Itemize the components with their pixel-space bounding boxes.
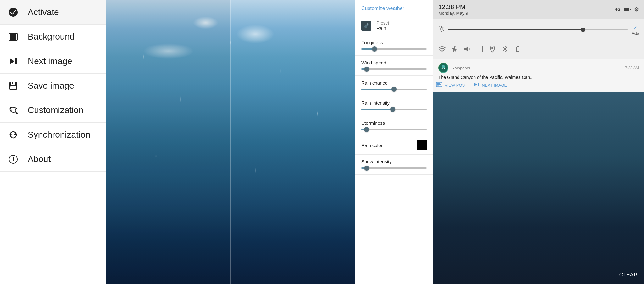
rain-color-row: Rain color	[355, 136, 433, 155]
fogginess-control: Fogginess	[355, 36, 433, 56]
wifi-toggle[interactable]	[438, 45, 446, 55]
svg-rect-37	[437, 85, 439, 86]
storminess-control: Storminess	[355, 116, 433, 136]
svg-line-11	[15, 112, 16, 112]
battery-icon	[624, 6, 631, 13]
status-bar: 12:38 PM Monday, May 9 4G ⚙	[433, 0, 644, 19]
rain-intensity-fill	[361, 109, 393, 110]
wind-speed-slider[interactable]	[361, 68, 427, 70]
rain-chance-control: Rain chance	[355, 76, 433, 96]
brightness-fill	[448, 29, 583, 30]
auto-brightness-toggle[interactable]: ✓ Auto	[632, 24, 639, 36]
sidebar-item-save-image[interactable]: Save image	[0, 74, 106, 98]
quick-settings-bar: ✓ Auto	[433, 19, 644, 41]
customize-title: Customize weather	[361, 6, 404, 11]
rain-chance-thumb[interactable]	[391, 87, 397, 92]
signal-icon: 4G	[615, 7, 621, 12]
notif-title: The Grand Canyon of the Pacific, Waimea …	[433, 75, 644, 80]
sidebar-item-background-label: Background	[28, 32, 75, 42]
activate-icon	[8, 7, 19, 18]
svg-rect-8	[12, 82, 13, 84]
view-post-label: VIEW POST	[445, 83, 467, 88]
airplane-toggle[interactable]	[451, 45, 458, 55]
preset-value: Rain	[376, 25, 389, 31]
sidebar-item-activate-label: Activate	[28, 7, 59, 17]
snow-intensity-slider[interactable]	[361, 167, 427, 169]
status-time: 12:38 PM	[438, 3, 468, 11]
sidebar-item-customization-label: Customization	[28, 105, 83, 115]
storminess-slider[interactable]	[361, 129, 427, 130]
preset-row[interactable]: Preset Rain	[355, 16, 433, 36]
notif-actions: VIEW POST NEXT IMAGE	[433, 80, 644, 92]
bg-panel-right	[230, 0, 355, 284]
wind-speed-control: Wind speed	[355, 56, 433, 76]
location-toggle[interactable]	[489, 45, 496, 55]
svg-point-31	[491, 47, 493, 49]
sidebar-item-about-label: About	[28, 154, 51, 164]
svg-text:i: i	[13, 157, 14, 162]
save-icon	[8, 80, 19, 91]
sidebar-item-synchronization[interactable]: Synchronization	[0, 123, 106, 147]
sidebar-item-activate[interactable]: Activate	[0, 0, 106, 25]
next-image-notif-icon	[474, 82, 479, 88]
svg-marker-28	[464, 46, 468, 52]
brightness-slider[interactable]	[448, 29, 628, 30]
rain-intensity-thumb[interactable]	[390, 107, 395, 112]
customize-header: Customize weather	[355, 0, 433, 16]
svg-line-26	[440, 30, 440, 31]
about-icon: i	[8, 154, 19, 165]
delete-toggle[interactable]	[514, 45, 521, 55]
sidebar-item-background[interactable]: Background	[0, 25, 106, 49]
svg-point-10	[16, 112, 18, 114]
storminess-thumb[interactable]	[364, 127, 369, 132]
rain-color-swatch[interactable]	[417, 140, 427, 150]
rain-chance-slider[interactable]	[361, 89, 427, 90]
notif-time: 7:32 AM	[625, 66, 639, 70]
rain-chance-label: Rain chance	[361, 80, 427, 85]
next-image-icon	[8, 56, 19, 67]
qs-toggle-row	[433, 41, 644, 59]
wind-speed-thumb[interactable]	[364, 67, 369, 72]
snow-intensity-thumb[interactable]	[364, 166, 369, 171]
rain-intensity-slider[interactable]	[361, 109, 427, 110]
svg-point-14	[367, 23, 368, 25]
clear-button[interactable]: CLEAR	[619, 272, 638, 278]
sidebar-item-about[interactable]: i About	[0, 147, 106, 172]
notifications-overlay: 12:38 PM Monday, May 9 4G ⚙	[433, 0, 644, 92]
next-image-button[interactable]: NEXT IMAGE	[474, 82, 507, 88]
background-icon	[8, 31, 19, 42]
fogginess-thumb[interactable]	[372, 46, 377, 52]
view-post-button[interactable]: VIEW POST	[436, 82, 467, 88]
svg-rect-36	[437, 84, 441, 85]
svg-point-27	[442, 51, 443, 52]
wind-speed-label: Wind speed	[361, 60, 427, 65]
right-panel: 12:38 PM Monday, May 9 4G ⚙	[433, 0, 644, 284]
svg-marker-4	[10, 58, 14, 64]
bluetooth-toggle[interactable]	[501, 45, 509, 55]
preset-icon	[361, 21, 371, 31]
status-time-area: 12:38 PM Monday, May 9	[438, 3, 468, 16]
svg-rect-39	[478, 83, 479, 86]
sidebar-item-customization[interactable]: Customization	[0, 98, 106, 123]
rain-chance-fill	[361, 89, 394, 90]
bg-image	[106, 0, 355, 284]
snow-intensity-label: Snow intensity	[361, 159, 427, 164]
svg-line-24	[443, 30, 444, 31]
svg-rect-2	[10, 34, 16, 39]
svg-rect-5	[15, 58, 17, 64]
svg-rect-35	[437, 83, 440, 84]
snow-intensity-control: Snow intensity	[355, 155, 433, 175]
tablet-toggle[interactable]	[476, 45, 484, 55]
notification-header: Rainpaper 7:32 AM	[433, 59, 644, 75]
bg-panel-left	[106, 0, 230, 284]
fogginess-slider[interactable]	[361, 48, 427, 50]
svg-rect-17	[630, 9, 631, 10]
brightness-thumb[interactable]	[581, 28, 585, 32]
settings-icon[interactable]: ⚙	[634, 6, 639, 13]
sidebar-item-next-image[interactable]: Next image	[0, 49, 106, 74]
brightness-low-icon	[438, 25, 445, 34]
sound-toggle[interactable]	[464, 45, 471, 55]
auto-check-icon: ✓	[633, 24, 638, 31]
sidebar-item-next-image-label: Next image	[28, 56, 72, 66]
rain-intensity-label: Rain intensity	[361, 100, 427, 106]
